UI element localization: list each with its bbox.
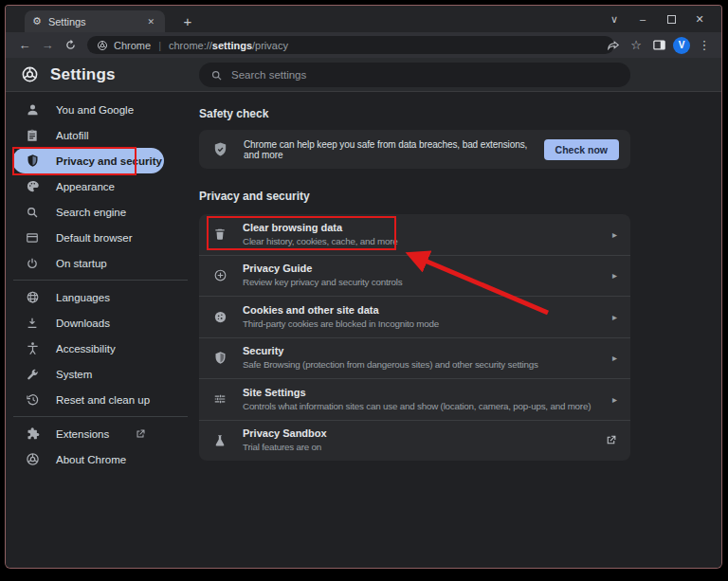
row-text: Cookies and other site data Third-party … xyxy=(243,304,597,330)
row-title: Privacy Guide xyxy=(243,263,597,275)
row-text: Privacy Sandbox Trial features are on xyxy=(243,427,590,453)
search-icon xyxy=(25,205,40,220)
window-controls: ∨ – ✕ xyxy=(600,6,714,32)
chevron-right-icon: ▸ xyxy=(612,353,617,363)
sidebar-item-downloads[interactable]: Downloads xyxy=(12,310,164,336)
content-area: You and Google Autofill Privacy and secu… xyxy=(6,92,721,569)
reload-button[interactable] xyxy=(59,34,82,57)
sidebar-item-extensions[interactable]: Extensions xyxy=(12,421,164,446)
maximize-button[interactable] xyxy=(657,6,685,32)
sidebar-item-label: Downloads xyxy=(56,318,110,329)
sidebar-item-autofill[interactable]: Autofill xyxy=(12,122,164,148)
row-title: Clear browsing data xyxy=(243,222,597,234)
sidebar-item-languages[interactable]: Languages xyxy=(12,284,164,310)
row-subtitle: Trial features are on xyxy=(243,442,590,453)
tune-icon xyxy=(212,391,228,407)
row-title: Privacy Sandbox xyxy=(243,427,590,440)
row-title: Security xyxy=(243,345,597,357)
row-security[interactable]: Security Safe Browsing (protection from … xyxy=(199,337,630,379)
side-panel-button[interactable] xyxy=(647,34,670,57)
sidebar-item-label: Languages xyxy=(56,292,110,303)
avatar[interactable]: V xyxy=(673,37,690,54)
sidebar-item-label: System xyxy=(56,369,92,380)
address-bar[interactable]: Chrome | chrome://settings/privacy xyxy=(87,36,614,54)
row-text: Clear browsing data Clear history, cooki… xyxy=(243,222,597,247)
row-site-settings[interactable]: Site Settings Controls what information … xyxy=(199,378,630,420)
privacy-card: Clear browsing data Clear history, cooki… xyxy=(199,214,630,461)
back-button[interactable]: ← xyxy=(13,34,36,57)
row-text: Site Settings Controls what information … xyxy=(243,387,597,412)
sidebar-item-label: On startup xyxy=(56,258,107,269)
flask-icon xyxy=(212,433,228,448)
puzzle-icon xyxy=(25,427,40,442)
chevron-right-icon: ▸ xyxy=(612,229,617,240)
sidebar-item-reset-and-clean-up[interactable]: Reset and clean up xyxy=(12,387,164,412)
safety-check-heading: Safety check xyxy=(199,107,630,120)
sidebar-item-accessibility[interactable]: Accessibility xyxy=(12,336,164,361)
tab-strip: ⚙ Settings ✕ + ∨ – ✕ xyxy=(6,6,721,32)
main-column: Safety check Chrome can help keep you sa… xyxy=(199,92,630,461)
row-title: Site Settings xyxy=(243,387,597,399)
sidebar-item-label: Accessibility xyxy=(56,343,116,354)
row-subtitle: Clear history, cookies, cache, and more xyxy=(243,236,597,247)
share-button[interactable] xyxy=(602,34,625,57)
row-subtitle: Safe Browsing (protection from dangerous… xyxy=(243,359,597,371)
power-icon xyxy=(25,256,40,271)
tab-title: Settings xyxy=(48,16,145,27)
privacy-shield-icon xyxy=(25,154,40,169)
forward-button[interactable]: → xyxy=(36,34,59,57)
url-host: settings xyxy=(212,40,252,51)
privacy-section-heading: Privacy and security xyxy=(199,190,630,203)
row-subtitle: Controls what information sites can use … xyxy=(243,401,597,412)
minimize-button[interactable]: – xyxy=(628,6,657,32)
globe-icon xyxy=(25,290,40,305)
palette-icon xyxy=(25,179,40,194)
row-cookies[interactable]: Cookies and other site data Third-party … xyxy=(199,296,630,337)
new-tab-button[interactable]: + xyxy=(176,10,199,32)
search-icon xyxy=(210,69,223,82)
sidebar-item-search-engine[interactable]: Search engine xyxy=(12,199,164,225)
sidebar-item-label: Default browser xyxy=(56,232,133,244)
row-privacy-sandbox[interactable]: Privacy Sandbox Trial features are on xyxy=(199,420,630,462)
sidebar-item-label: About Chrome xyxy=(56,454,126,465)
row-text: Privacy Guide Review key privacy and sec… xyxy=(243,263,597,288)
close-button[interactable]: ✕ xyxy=(685,6,714,32)
chevron-down-icon[interactable]: ∨ xyxy=(600,6,628,32)
row-subtitle: Review key privacy and security controls xyxy=(243,277,597,288)
row-privacy-guide[interactable]: Privacy Guide Review key privacy and sec… xyxy=(199,255,630,297)
external-link-icon xyxy=(605,434,617,446)
chevron-right-icon: ▸ xyxy=(612,270,617,281)
reload-icon xyxy=(64,39,77,51)
search-input[interactable]: Search settings xyxy=(199,63,630,87)
row-title: Cookies and other site data xyxy=(243,304,597,317)
url-text: chrome://settings/privacy xyxy=(169,40,288,51)
sidebar-item-you-and-google[interactable]: You and Google xyxy=(12,97,164,122)
bookmark-button[interactable]: ☆ xyxy=(625,34,647,57)
site-chip-label: Chrome xyxy=(114,40,151,51)
row-clear-browsing-data[interactable]: Clear browsing data Clear history, cooki… xyxy=(199,214,630,255)
sidebar-item-privacy-and-security[interactable]: Privacy and security xyxy=(12,148,164,173)
search-placeholder: Search settings xyxy=(231,69,306,81)
toolbar-actions: ☆ V ⋮ xyxy=(602,32,716,58)
external-link-icon xyxy=(135,428,146,440)
chevron-right-icon: ▸ xyxy=(612,312,617,322)
browser-icon xyxy=(25,230,40,245)
safety-check-text: Chrome can help keep you safe from data … xyxy=(244,139,544,160)
cookie-icon xyxy=(212,309,228,324)
browser-window: ⚙ Settings ✕ + ∨ – ✕ ← → Chrome | chrome… xyxy=(5,5,722,569)
sidebar-item-default-browser[interactable]: Default browser xyxy=(12,225,164,250)
shield-check-icon xyxy=(212,141,228,157)
sidebar-item-appearance[interactable]: Appearance xyxy=(12,173,164,199)
site-chip[interactable]: Chrome xyxy=(97,40,151,51)
sidebar-item-system[interactable]: System xyxy=(12,361,164,387)
sidebar-item-label: You and Google xyxy=(56,104,134,116)
trash-icon xyxy=(212,227,228,242)
check-now-button[interactable]: Check now xyxy=(544,139,619,160)
tab-close-icon[interactable]: ✕ xyxy=(144,15,157,28)
maximize-icon xyxy=(667,15,676,24)
menu-button[interactable]: ⋮ xyxy=(693,34,716,57)
tab-settings[interactable]: ⚙ Settings ✕ xyxy=(25,10,165,32)
sidebar-item-on-startup[interactable]: On startup xyxy=(12,250,164,276)
sidebar-item-about-chrome[interactable]: About Chrome xyxy=(12,446,164,472)
chrome-logo-icon xyxy=(25,452,40,467)
